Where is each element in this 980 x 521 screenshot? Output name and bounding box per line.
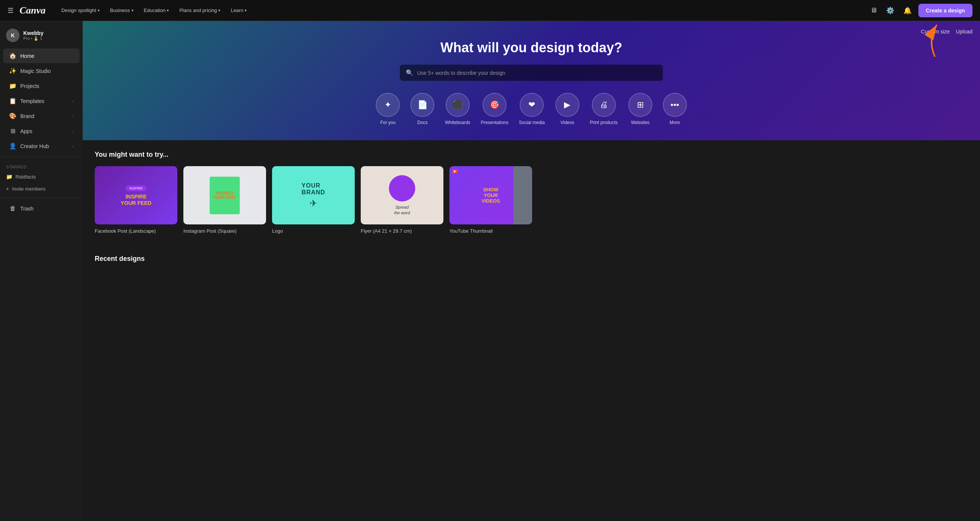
sidebar-item-brand[interactable]: 🎨 Brand › (3, 108, 80, 123)
category-icon: ⬛ (452, 100, 463, 110)
hero-category-presentations[interactable]: 🎯 Presentations (481, 93, 508, 125)
main-content: Custom size Upload What will you design … (83, 21, 980, 521)
try-card-flyer[interactable]: Spreadthe word Flyer (A4 21 × 29.7 cm) (361, 166, 444, 234)
hero-category-print-products[interactable]: 🖨 Print products (590, 93, 618, 125)
card-label: Facebook Post (Landscape) (95, 228, 177, 234)
sidebar-item-magic-studio[interactable]: ✨ Magic Studio (3, 64, 80, 78)
chevron-down-icon: ▾ (218, 8, 220, 13)
nav-link-label: Education (144, 8, 166, 13)
sidebar-item-apps[interactable]: ⊞ Apps › (3, 124, 80, 138)
hero-section: Custom size Upload What will you design … (83, 21, 980, 140)
hamburger-icon[interactable]: ☰ (8, 6, 14, 15)
chevron-down-icon: ▾ (245, 8, 247, 13)
category-circle: 🎯 (482, 93, 506, 117)
gear-icon-btn[interactable]: ⚙️ (884, 4, 897, 17)
hero-category-docs[interactable]: 📄 Docs (410, 93, 434, 125)
sidebar-item-label: Projects (20, 83, 40, 89)
category-circle: ⊞ (628, 93, 652, 117)
try-card-logo[interactable]: YOURBRAND ✈ Logo (272, 166, 355, 234)
bell-icon-btn[interactable]: 🔔 (901, 4, 914, 17)
card-label: Flyer (A4 21 × 29.7 cm) (361, 228, 444, 234)
category-circle: ✦ (376, 93, 400, 117)
card-thumbnail: YOURBRAND ✈ (272, 166, 355, 225)
hero-category-whiteboards[interactable]: ⬛ Whiteboards (445, 93, 470, 125)
try-section: You might want to try... INSPIRE INSPIRE… (83, 140, 980, 244)
hero-category-for-you[interactable]: ✦ For you (376, 93, 400, 125)
category-circle: ⬛ (445, 93, 470, 117)
nav-link-label: Learn (231, 8, 243, 13)
try-card-phone[interactable]: PERFECTYOUR POST Instagram Post (Square) (183, 166, 266, 234)
monitor-icon-btn[interactable]: 🖥 (868, 4, 879, 16)
card-thumbnail: Spreadthe word (361, 166, 444, 225)
category-label: For you (380, 120, 396, 125)
category-label: Print products (590, 120, 618, 125)
try-card-yt[interactable]: ▶ SHOWYOURVIDEOS YouTube Thumbnail (449, 166, 532, 234)
sidebar: K Kwebby Pro • 🏅 1 🏠 Home ✨ Magic Studio… (0, 21, 83, 521)
sidebar-item-invite[interactable]: + Invite members (0, 183, 83, 195)
hero-category-videos[interactable]: ▶ Videos (555, 93, 579, 125)
sidebar-item-label: Creator Hub (20, 143, 49, 149)
user-plan: Pro • 🏅 1 (23, 36, 44, 41)
avatar: K (6, 29, 19, 42)
custom-size-link[interactable]: Custom size (921, 29, 950, 35)
invite-label: Invite members (12, 186, 46, 192)
category-icon: ✦ (384, 100, 391, 110)
category-label: More (670, 120, 680, 125)
category-label: Social media (519, 120, 545, 125)
category-icon: 📄 (417, 100, 428, 110)
create-design-button[interactable]: Create a design (918, 4, 972, 17)
recent-section: Recent designs (83, 244, 980, 281)
category-icon: ⊞ (637, 100, 644, 110)
sidebar-item-trash[interactable]: 🗑 Trash (3, 201, 80, 216)
nav-links: Design spotlight▾Business▾Education▾Plan… (57, 5, 868, 15)
chevron-right-icon: › (72, 129, 74, 134)
folder-icon: 📁 (6, 174, 13, 180)
sidebar-item-label: Templates (20, 98, 45, 104)
card-label: YouTube Thumbnail (449, 228, 532, 234)
category-label: Videos (560, 120, 574, 125)
chevron-down-icon: ▾ (132, 8, 134, 13)
sidebar-user: K Kwebby Pro • 🏅 1 (0, 25, 83, 48)
sidebar-item-home[interactable]: 🏠 Home (3, 48, 80, 63)
try-card-fb[interactable]: INSPIRE INSPIREYOUR FEED Facebook Post (… (95, 166, 177, 234)
hero-category-websites[interactable]: ⊞ Websites (628, 93, 652, 125)
upload-link[interactable]: Upload (956, 29, 972, 35)
sidebar-item-projects[interactable]: 📁 Projects (3, 78, 80, 93)
category-circle: ▶ (555, 93, 579, 117)
sidebar-icon: ✨ (9, 67, 16, 75)
category-label: Websites (631, 120, 649, 125)
hero-title: What will you design today? (105, 40, 958, 56)
username: Kwebby (23, 30, 44, 36)
sidebar-icon: 👤 (9, 142, 16, 150)
nav-link-business[interactable]: Business▾ (106, 5, 138, 15)
search-icon: 🔍 (406, 69, 414, 76)
trash-icon: 🗑 (9, 205, 16, 212)
starred-label: Starred (0, 160, 83, 170)
hero-search-bar[interactable]: 🔍 (400, 65, 663, 81)
sidebar-items: 🏠 Home ✨ Magic Studio 📁 Projects 📋 Templ… (0, 48, 83, 154)
hero-top-links: Custom size Upload (921, 29, 972, 35)
chevron-down-icon: ▾ (167, 8, 169, 13)
nav-link-learn[interactable]: Learn▾ (226, 5, 251, 15)
card-label: Instagram Post (Square) (183, 228, 266, 234)
nav-link-label: Design spotlight (61, 8, 96, 13)
sidebar-icon: ⊞ (9, 127, 16, 135)
category-icon: ▶ (564, 100, 570, 110)
nav-link-design-spotlight[interactable]: Design spotlight▾ (57, 5, 104, 15)
chevron-right-icon: › (72, 114, 74, 118)
hero-category-more[interactable]: ••• More (663, 93, 687, 125)
hero-category-social-media[interactable]: ❤ Social media (519, 93, 545, 125)
nav-link-education[interactable]: Education▾ (139, 5, 173, 15)
sidebar-item-riddfacts[interactable]: 📁 Riddfacts (0, 170, 83, 183)
category-label: Docs (417, 120, 428, 125)
category-circle: 🖨 (592, 93, 616, 117)
category-icon: 🎯 (490, 100, 500, 110)
sidebar-item-templates[interactable]: 📋 Templates › (3, 94, 80, 108)
user-info: Kwebby Pro • 🏅 1 (23, 30, 44, 41)
plus-icon: + (6, 186, 9, 192)
nav-link-plans-pricing[interactable]: Plans and pricing▾ (175, 5, 225, 15)
sidebar-item-creator-hub[interactable]: 👤 Creator Hub › (3, 139, 80, 153)
search-input[interactable] (417, 70, 657, 76)
sidebar-item-label: Magic Studio (20, 68, 51, 74)
sidebar-divider-2 (0, 198, 83, 198)
